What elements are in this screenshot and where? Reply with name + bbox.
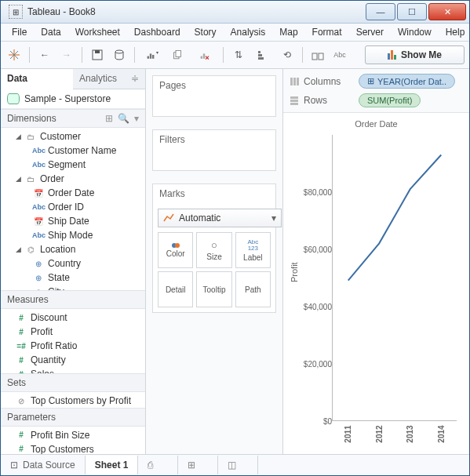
field-order-date[interactable]: 📅Order Date (1, 186, 145, 200)
datasource-icon (7, 93, 20, 104)
minimize-button[interactable]: — (366, 3, 395, 20)
field-order-id[interactable]: AbcOrder ID (1, 200, 145, 214)
clear-icon[interactable] (195, 46, 217, 64)
field-top-customers-param[interactable]: #Top Customers (1, 442, 145, 454)
menu-map[interactable]: Map (273, 24, 304, 40)
dimensions-label: Dimensions (7, 113, 56, 124)
duplicate-icon[interactable] (168, 46, 190, 64)
field-sales[interactable]: #Sales (1, 367, 145, 373)
folder-customer[interactable]: ◢🗀Customer (1, 129, 145, 144)
field-discount[interactable]: #Discount (1, 311, 145, 325)
new-worksheet-icon[interactable]: ⎙ (138, 456, 178, 474)
marks-card: Marks Automatic ▾ Color ○Size Abc123Labe… (152, 183, 276, 313)
number-icon: # (15, 356, 27, 365)
rows-shelf[interactable]: Rows SUM(Profit) (290, 93, 463, 107)
menu-dashboard[interactable]: Dashboard (128, 24, 187, 40)
dropdown-icon[interactable]: ▾ (134, 113, 139, 124)
pages-shelf[interactable]: Pages (152, 75, 276, 117)
folder-location[interactable]: ◢⌬Location (1, 242, 145, 256)
field-profit-ratio[interactable]: =#Profit Ratio (1, 339, 145, 353)
close-button[interactable]: ✕ (428, 3, 466, 20)
sort-asc-icon[interactable] (252, 46, 274, 64)
field-quantity[interactable]: #Quantity (1, 353, 145, 367)
path-button[interactable]: Path (235, 271, 271, 307)
detail-button[interactable]: Detail (158, 271, 193, 307)
pill-sum-profit[interactable]: SUM(Profit) (359, 93, 421, 107)
columns-shelf[interactable]: Columns ⊞YEAR(Order Dat.. (290, 74, 463, 89)
mark-label: Label (243, 253, 262, 262)
svg-rect-19 (258, 57, 264, 60)
group-icon[interactable] (309, 46, 326, 64)
filters-label: Filters (153, 130, 275, 150)
field-ship-date[interactable]: 📅Ship Date (1, 214, 145, 228)
sort-desc-icon[interactable]: ⟲ (279, 46, 296, 64)
parameters-header: Parameters (1, 408, 145, 427)
menu-story[interactable]: Story (188, 24, 223, 40)
number-icon: # (15, 328, 27, 336)
mark-type-select[interactable]: Automatic ▾ (158, 209, 282, 227)
dimensions-header: Dimensions ⊞🔍▾ (1, 109, 145, 128)
menu-window[interactable]: Window (392, 24, 438, 40)
line-icon (163, 213, 174, 223)
pill-label: SUM(Profit) (367, 96, 412, 105)
show-me-button[interactable]: Show Me (365, 45, 465, 64)
field-ship-mode[interactable]: AbcShip Mode (1, 228, 145, 242)
menu-help[interactable]: Help (439, 24, 470, 40)
field-customer-name[interactable]: AbcCustomer Name (1, 144, 145, 158)
field-profit-bin-size[interactable]: #Profit Bin Size (1, 428, 145, 442)
field-city[interactable]: ⊕City (1, 285, 145, 290)
new-story-icon[interactable]: ◫ (218, 456, 258, 474)
field-top-customers-set[interactable]: ⊘Top Customers by Profit (1, 394, 145, 408)
abc-icon: Abc (32, 203, 45, 211)
tab-datasource[interactable]: ⊡Data Source (1, 456, 86, 474)
menu-worksheet[interactable]: Worksheet (69, 24, 126, 40)
calendar-icon: 📅 (32, 217, 45, 226)
menu-file[interactable]: File (5, 24, 33, 40)
menu-analysis[interactable]: Analysis (224, 24, 272, 40)
pill-year-order-date[interactable]: ⊞YEAR(Order Dat.. (359, 74, 455, 89)
tab-sheet1[interactable]: Sheet 1 (86, 456, 139, 474)
datasource-row[interactable]: Sample - Superstore (1, 89, 145, 109)
color-button[interactable]: Color (158, 232, 193, 268)
new-worksheet-icon[interactable]: ▾ (141, 46, 163, 64)
label-button[interactable]: Abc123Label (235, 232, 271, 268)
forward-icon[interactable]: → (58, 46, 75, 64)
tab-analytics[interactable]: Analytics≑ (73, 69, 145, 89)
folder-order[interactable]: ◢🗀Order (1, 172, 145, 186)
menu-server[interactable]: Server (350, 24, 390, 40)
field-segment[interactable]: AbcSegment (1, 158, 145, 172)
chart-area[interactable]: Order Date Profit $0$20,000$40,000$60,00… (290, 116, 463, 448)
field-country[interactable]: ⊕Country (1, 256, 145, 271)
mark-type-label: Automatic (179, 213, 220, 223)
field-profit[interactable]: #Profit (1, 325, 145, 339)
row-col-shelves: Columns ⊞YEAR(Order Dat.. Rows SUM(Profi… (283, 69, 469, 113)
menu-data[interactable]: Data (35, 24, 67, 40)
tooltip-button[interactable]: Tooltip (196, 271, 231, 307)
new-datasource-icon[interactable] (111, 46, 128, 64)
tableau-logo-icon[interactable] (5, 46, 23, 64)
field-state[interactable]: ⊕State (1, 271, 145, 285)
search-icon[interactable]: 🔍 (118, 113, 129, 124)
maximize-button[interactable]: ☐ (397, 3, 427, 20)
new-dashboard-icon[interactable]: ⊞ (178, 456, 218, 474)
separator (223, 47, 224, 63)
menu-format[interactable]: Format (306, 24, 348, 40)
filters-shelf[interactable]: Filters (152, 129, 276, 171)
expand-icon: ◢ (15, 245, 21, 253)
back-icon[interactable]: ← (36, 46, 53, 64)
svg-rect-20 (312, 53, 317, 60)
labels-icon[interactable]: Abc (331, 46, 348, 64)
svg-rect-24 (297, 78, 299, 85)
field-label: Profit Bin Size (31, 430, 89, 441)
svg-point-6 (115, 50, 123, 53)
calendar-icon: 📅 (32, 189, 45, 198)
svg-text:▾: ▾ (156, 49, 158, 55)
swap-icon[interactable]: ⇅ (230, 46, 247, 64)
size-button[interactable]: ○Size (196, 232, 231, 268)
save-icon[interactable] (89, 46, 106, 64)
tab-data[interactable]: Data (1, 69, 73, 89)
abc-icon: Abc (32, 147, 45, 154)
options-icon[interactable]: ⊞ (105, 113, 113, 124)
svg-rect-5 (95, 50, 100, 53)
svg-rect-25 (290, 96, 298, 99)
